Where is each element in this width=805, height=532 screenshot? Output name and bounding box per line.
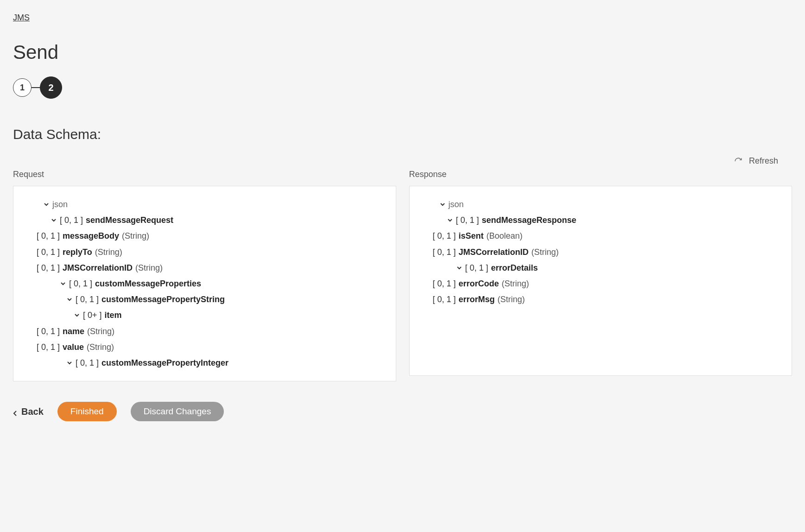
tree-node: [ 0, 1 ] name (String): [27, 323, 382, 339]
tree-node[interactable]: [ 0, 1 ] customMessagePropertyString: [27, 291, 382, 307]
field-type: (String): [122, 228, 149, 244]
tree-node[interactable]: [ 0+ ] item: [27, 307, 382, 323]
back-label: Back: [21, 406, 44, 417]
field-name: errorCode: [459, 276, 499, 291]
chevron-left-icon: [13, 408, 18, 415]
cardinality: [ 0, 1 ]: [433, 291, 456, 307]
field-name: messageBody: [63, 228, 119, 244]
tree-root[interactable]: json: [424, 196, 778, 212]
tree-root-label: json: [52, 196, 68, 212]
field-type: (String): [532, 244, 559, 260]
field-type: (String): [87, 323, 114, 339]
tree-node[interactable]: [ 0, 1 ] customMessagePropertyInteger: [27, 355, 382, 371]
discard-button[interactable]: Discard Changes: [131, 402, 224, 421]
chevron-down-icon[interactable]: [66, 296, 73, 303]
field-type: (String): [498, 291, 525, 307]
cardinality: [ 0, 1 ]: [433, 276, 456, 291]
tree-node: [ 0, 1 ] value (String): [27, 339, 382, 355]
field-name: errorDetails: [491, 260, 538, 276]
tree-node[interactable]: [ 0, 1 ] errorDetails: [424, 260, 778, 276]
refresh-label: Refresh: [749, 156, 778, 166]
response-label: Response: [409, 170, 792, 179]
cardinality: [ 0, 1 ]: [76, 355, 99, 371]
cardinality: [ 0+ ]: [83, 307, 102, 323]
cardinality: [ 0, 1 ]: [76, 291, 99, 307]
chevron-down-icon[interactable]: [43, 201, 50, 208]
response-panel: Response json[ 0, 1 ] sendMessageRespons…: [409, 170, 792, 381]
chevron-down-icon[interactable]: [439, 201, 446, 208]
field-name: JMSCorrelationID: [459, 244, 529, 260]
cardinality: [ 0, 1 ]: [60, 212, 83, 228]
tree-node[interactable]: [ 0, 1 ] sendMessageRequest: [27, 212, 382, 228]
page-title: Send: [13, 41, 792, 63]
field-type: (String): [502, 276, 529, 291]
cardinality: [ 0, 1 ]: [456, 212, 479, 228]
cardinality: [ 0, 1 ]: [465, 260, 488, 276]
field-name: JMSCorrelationID: [63, 260, 133, 276]
field-type: (Boolean): [487, 228, 523, 244]
field-name: replyTo: [63, 244, 92, 260]
field-name: sendMessageResponse: [482, 212, 577, 228]
chevron-down-icon[interactable]: [60, 280, 66, 287]
request-panel: Request json[ 0, 1 ] sendMessageRequest[…: [13, 170, 396, 381]
field-name: value: [63, 339, 84, 355]
step-connector: [32, 87, 40, 88]
section-title-data-schema: Data Schema:: [13, 127, 792, 142]
field-name: customMessagePropertyInteger: [101, 355, 228, 371]
tree-node[interactable]: [ 0, 1 ] customMessageProperties: [27, 276, 382, 291]
request-tree: json[ 0, 1 ] sendMessageRequest[ 0, 1 ] …: [13, 186, 396, 381]
cardinality: [ 0, 1 ]: [37, 260, 60, 276]
cardinality: [ 0, 1 ]: [69, 276, 92, 291]
request-label: Request: [13, 170, 396, 179]
breadcrumb-jms[interactable]: JMS: [13, 13, 30, 22]
tree-node[interactable]: [ 0, 1 ] sendMessageResponse: [424, 212, 778, 228]
tree-node: [ 0, 1 ] errorCode (String): [424, 276, 778, 291]
tree-node: [ 0, 1 ] JMSCorrelationID (String): [27, 260, 382, 276]
field-type: (String): [95, 244, 122, 260]
field-type: (String): [87, 339, 114, 355]
stepper: 1 2: [13, 76, 792, 99]
chevron-down-icon[interactable]: [66, 360, 73, 366]
chevron-down-icon[interactable]: [74, 312, 80, 318]
cardinality: [ 0, 1 ]: [433, 244, 456, 260]
field-name: item: [105, 307, 122, 323]
tree-node: [ 0, 1 ] errorMsg (String): [424, 291, 778, 307]
cardinality: [ 0, 1 ]: [37, 339, 60, 355]
field-name: errorMsg: [459, 291, 495, 307]
field-name: customMessagePropertyString: [101, 291, 225, 307]
field-name: name: [63, 323, 84, 339]
finished-button[interactable]: Finished: [57, 402, 117, 421]
tree-node: [ 0, 1 ] messageBody (String): [27, 228, 382, 244]
tree-root[interactable]: json: [27, 196, 382, 212]
cardinality: [ 0, 1 ]: [433, 228, 456, 244]
field-name: customMessageProperties: [95, 276, 201, 291]
tree-root-label: json: [449, 196, 464, 212]
cardinality: [ 0, 1 ]: [37, 228, 60, 244]
chevron-down-icon[interactable]: [51, 217, 57, 223]
refresh-icon: [734, 157, 742, 165]
field-name: isSent: [459, 228, 484, 244]
refresh-button[interactable]: Refresh: [734, 156, 778, 166]
tree-node: [ 0, 1 ] replyTo (String): [27, 244, 382, 260]
step-1[interactable]: 1: [13, 78, 32, 97]
response-tree: json[ 0, 1 ] sendMessageResponse[ 0, 1 ]…: [409, 186, 792, 376]
back-button[interactable]: Back: [13, 406, 44, 417]
tree-node: [ 0, 1 ] isSent (Boolean): [424, 228, 778, 244]
field-type: (String): [135, 260, 163, 276]
cardinality: [ 0, 1 ]: [37, 323, 60, 339]
tree-node: [ 0, 1 ] JMSCorrelationID (String): [424, 244, 778, 260]
cardinality: [ 0, 1 ]: [37, 244, 60, 260]
field-name: sendMessageRequest: [86, 212, 173, 228]
chevron-down-icon[interactable]: [456, 265, 463, 271]
chevron-down-icon[interactable]: [447, 217, 453, 223]
step-2[interactable]: 2: [40, 76, 62, 99]
